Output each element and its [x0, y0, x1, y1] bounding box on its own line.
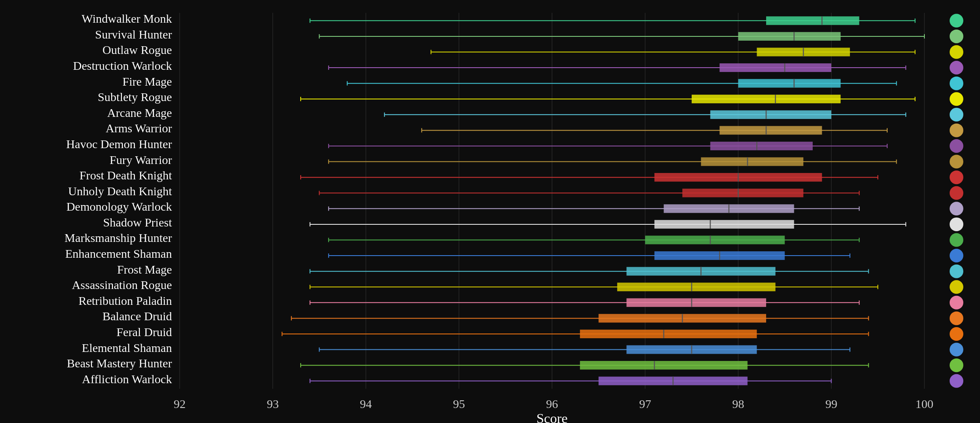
svg-text:Frost Mage: Frost Mage: [117, 263, 172, 276]
svg-point-37: [950, 61, 963, 74]
svg-point-79: [950, 155, 963, 169]
svg-text:Demonology Warlock: Demonology Warlock: [66, 200, 172, 213]
svg-point-149: [950, 311, 963, 325]
svg-rect-34: [719, 63, 831, 72]
svg-point-170: [950, 358, 963, 372]
svg-text:Destruction Warlock: Destruction Warlock: [73, 59, 172, 72]
svg-rect-139: [627, 298, 766, 307]
svg-text:Balance Druid: Balance Druid: [103, 310, 172, 323]
svg-point-86: [950, 170, 963, 184]
svg-rect-132: [617, 283, 776, 291]
svg-text:Beast Mastery Hunter: Beast Mastery Hunter: [67, 357, 172, 370]
svg-point-114: [950, 233, 963, 247]
svg-text:Arcane Mage: Arcane Mage: [107, 106, 172, 119]
svg-point-44: [950, 77, 963, 90]
svg-point-16: [950, 14, 963, 27]
svg-text:Elemental Shaman: Elemental Shaman: [82, 341, 172, 354]
svg-rect-41: [738, 79, 841, 88]
svg-point-58: [950, 108, 963, 122]
svg-rect-55: [710, 110, 831, 119]
svg-point-93: [950, 186, 963, 200]
svg-rect-62: [719, 126, 822, 134]
svg-text:Feral Druid: Feral Druid: [116, 325, 172, 339]
svg-rect-167: [580, 361, 748, 369]
svg-text:100: 100: [915, 397, 933, 411]
svg-text:Arms Warrior: Arms Warrior: [106, 122, 172, 135]
svg-text:Survival Hunter: Survival Hunter: [95, 28, 172, 41]
svg-text:94: 94: [360, 397, 372, 411]
svg-point-30: [950, 45, 963, 59]
svg-text:95: 95: [453, 397, 465, 411]
svg-point-65: [950, 123, 963, 137]
svg-text:Subtlety Rogue: Subtlety Rogue: [98, 90, 172, 104]
svg-text:99: 99: [825, 397, 837, 411]
svg-text:Marksmanship Hunter: Marksmanship Hunter: [65, 231, 172, 244]
svg-point-156: [950, 327, 963, 341]
svg-rect-104: [654, 220, 794, 229]
svg-point-51: [950, 92, 963, 106]
svg-text:Fire Mage: Fire Mage: [122, 75, 172, 88]
svg-rect-13: [766, 16, 859, 25]
svg-text:Fury Warrior: Fury Warrior: [110, 153, 172, 167]
svg-text:93: 93: [267, 397, 279, 411]
svg-point-107: [950, 217, 963, 231]
svg-text:Retribution Paladin: Retribution Paladin: [78, 294, 172, 307]
svg-text:96: 96: [546, 397, 558, 411]
svg-text:Windwalker Monk: Windwalker Monk: [82, 12, 172, 25]
svg-point-142: [950, 296, 963, 310]
svg-text:Outlaw Rogue: Outlaw Rogue: [102, 43, 172, 57]
svg-text:98: 98: [732, 397, 744, 411]
svg-text:97: 97: [639, 397, 651, 411]
svg-text:Frost Death Knight: Frost Death Knight: [80, 169, 172, 182]
svg-text:92: 92: [174, 397, 186, 411]
svg-rect-76: [701, 157, 803, 166]
svg-point-163: [950, 343, 963, 357]
svg-point-121: [950, 249, 963, 262]
svg-text:Havoc Demon Hunter: Havoc Demon Hunter: [66, 137, 172, 151]
svg-text:Affliction Warlock: Affliction Warlock: [82, 372, 172, 386]
svg-point-23: [950, 30, 963, 43]
svg-point-100: [950, 202, 963, 215]
svg-point-128: [950, 265, 963, 278]
svg-point-177: [950, 374, 963, 388]
svg-text:Shadow Priest: Shadow Priest: [103, 216, 172, 229]
svg-rect-111: [645, 235, 785, 244]
chart-container: Windwalker MonkSurvival HunterOutlaw Rog…: [0, 0, 980, 423]
svg-text:Assassination Rogue: Assassination Rogue: [72, 278, 172, 292]
svg-rect-153: [580, 330, 757, 338]
svg-rect-69: [710, 142, 812, 150]
svg-point-72: [950, 139, 963, 153]
svg-text:Unholy Death Knight: Unholy Death Knight: [68, 185, 172, 198]
svg-rect-90: [682, 189, 803, 197]
svg-text:Score: Score: [536, 411, 568, 423]
svg-point-135: [950, 280, 963, 294]
svg-rect-48: [692, 95, 841, 103]
svg-text:Enhancement Shaman: Enhancement Shaman: [65, 247, 172, 260]
svg-rect-20: [738, 32, 841, 41]
